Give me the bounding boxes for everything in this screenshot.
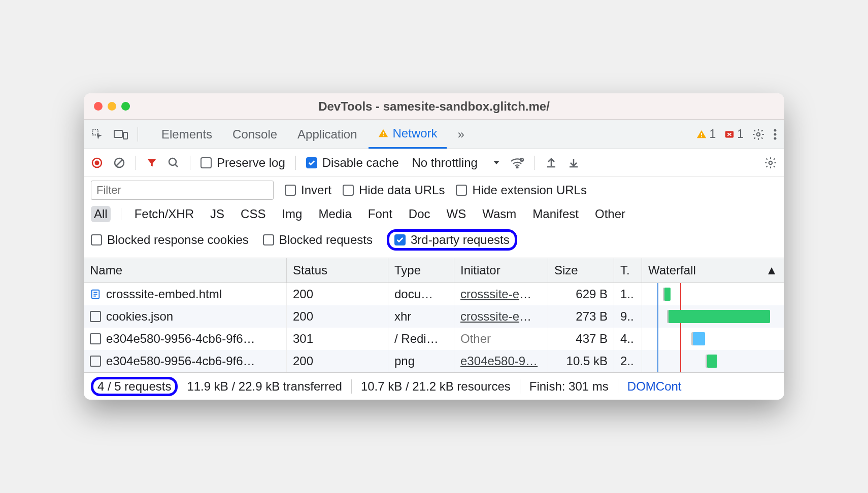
chip-all[interactable]: All (91, 206, 111, 222)
disable-cache-checkbox[interactable]: Disable cache (306, 156, 399, 170)
tabs-more[interactable]: » (449, 120, 474, 149)
col-type[interactable]: Type (388, 258, 454, 283)
col-initiator[interactable]: Initiator (454, 258, 548, 283)
table-row[interactable]: crosssite-embed.html200docu…crosssite-em… (84, 283, 784, 305)
col-waterfall[interactable]: Waterfall▲ (642, 258, 784, 283)
cell-initiator[interactable]: e304e580-9… (454, 350, 548, 372)
placeholder-icon (90, 311, 101, 322)
separator (190, 156, 190, 170)
col-name[interactable]: Name (84, 258, 287, 283)
cell-size: 629 B (548, 283, 614, 305)
table-row[interactable]: e304e580-9956-4cb6-9f6…301/ Redi…Other43… (84, 328, 784, 350)
settings-icon[interactable] (752, 128, 765, 141)
close-icon[interactable] (94, 102, 103, 111)
chip-fetch-xhr[interactable]: Fetch/XHR (131, 206, 197, 222)
col-size[interactable]: Size (548, 258, 614, 283)
chip-img[interactable]: Img (279, 206, 305, 222)
chip-js[interactable]: JS (207, 206, 227, 222)
cell-time: 4.. (614, 328, 642, 350)
chip-font[interactable]: Font (365, 206, 395, 222)
inspect-icon[interactable] (91, 128, 104, 141)
placeholder-icon (90, 356, 101, 367)
cell-size: 10.5 kB (548, 350, 614, 372)
request-grid: Name Status Type Initiator Size T. Water… (84, 258, 784, 372)
preserve-log-checkbox[interactable]: Preserve log (201, 156, 285, 170)
filter-input[interactable] (91, 181, 274, 200)
chip-manifest[interactable]: Manifest (529, 206, 582, 222)
cell-time: 1.. (614, 283, 642, 305)
search-icon[interactable] (168, 157, 180, 169)
cell-type: xhr (388, 305, 454, 328)
chip-media[interactable]: Media (315, 206, 354, 222)
checkbox-label: Hide extension URLs (472, 183, 586, 197)
type-filter-row: All Fetch/XHR JS CSS Img Media Font Doc … (84, 204, 784, 227)
checkbox-label: Invert (301, 183, 331, 197)
download-icon[interactable] (567, 157, 580, 169)
table-row[interactable]: e304e580-9956-4cb6-9f6…200pnge304e580-9…… (84, 350, 784, 372)
hide-ext-urls-checkbox[interactable]: Hide extension URLs (456, 183, 586, 197)
checkbox-icon (394, 234, 406, 245)
tab-label: Console (232, 127, 277, 142)
cell-waterfall (642, 328, 784, 350)
window-title: DevTools - samesite-sandbox.glitch.me/ (84, 99, 784, 114)
blocked-cookies-checkbox[interactable]: Blocked response cookies (91, 233, 249, 247)
placeholder-icon (90, 333, 101, 344)
tab-network[interactable]: Network (369, 120, 447, 149)
issues-warning[interactable]: 1 (696, 127, 716, 141)
separator (535, 156, 535, 170)
tab-application[interactable]: Application (288, 120, 366, 149)
col-status[interactable]: Status (287, 258, 388, 283)
cell-status: 200 (287, 305, 388, 328)
grid-header: Name Status Type Initiator Size T. Water… (84, 258, 784, 283)
cell-initiator[interactable]: crosssite-em… (454, 283, 548, 305)
separator (136, 156, 136, 170)
svg-point-10 (774, 133, 777, 135)
chip-other[interactable]: Other (592, 206, 628, 222)
checkbox-label: Hide data URLs (359, 183, 445, 197)
devtools-window: DevTools - samesite-sandbox.glitch.me/ E… (84, 93, 784, 400)
wifi-icon[interactable] (510, 157, 524, 168)
tab-elements[interactable]: Elements (152, 120, 221, 149)
chip-wasm[interactable]: Wasm (479, 206, 519, 222)
chip-doc[interactable]: Doc (406, 206, 433, 222)
third-party-checkbox[interactable]: 3rd-party requests (394, 233, 510, 247)
clear-icon[interactable] (113, 157, 125, 169)
invert-checkbox[interactable]: Invert (285, 183, 331, 197)
sb-domcontent[interactable]: DOMCont (618, 379, 691, 394)
filter-icon[interactable] (146, 157, 157, 168)
tab-console[interactable]: Console (223, 120, 286, 149)
issues-error[interactable]: 1 (724, 127, 744, 141)
chip-ws[interactable]: WS (444, 206, 470, 222)
warning-icon (378, 128, 389, 139)
device-icon[interactable] (113, 128, 128, 140)
warn-count: 1 (709, 127, 716, 141)
error-icon (724, 129, 735, 140)
cell-name: e304e580-9956-4cb6-9f6… (84, 350, 287, 372)
zoom-icon[interactable] (121, 102, 130, 111)
checkbox-label: Disable cache (322, 156, 399, 170)
cell-size: 273 B (548, 305, 614, 328)
blocked-requests-checkbox[interactable]: Blocked requests (263, 233, 373, 247)
table-row[interactable]: cookies.json200xhrcrosssite-em…273 B9.. (84, 305, 784, 328)
toolbar-right: 1 1 (696, 127, 777, 141)
checkbox-icon (456, 185, 467, 196)
svg-rect-3 (383, 132, 384, 134)
network-settings-icon[interactable] (764, 156, 777, 169)
cell-status: 200 (287, 283, 388, 305)
cell-initiator[interactable]: crosssite-em… (454, 305, 548, 328)
col-time[interactable]: T. (614, 258, 642, 283)
record-icon[interactable] (91, 157, 103, 169)
throttling-select[interactable]: No throttling (412, 156, 499, 170)
chip-css[interactable]: CSS (238, 206, 269, 222)
sort-indicator: ▲ (765, 263, 778, 277)
row-name: e304e580-9956-4cb6-9f6… (106, 354, 255, 368)
kebab-icon[interactable] (773, 128, 777, 140)
upload-icon[interactable] (545, 157, 557, 169)
hide-data-urls-checkbox[interactable]: Hide data URLs (343, 183, 445, 197)
warning-icon (696, 129, 707, 140)
checkbox-icon (285, 185, 296, 196)
svg-point-16 (169, 158, 176, 165)
checkbox-label: Blocked requests (279, 233, 373, 247)
tab-label: Elements (161, 127, 212, 142)
minimize-icon[interactable] (108, 102, 116, 111)
